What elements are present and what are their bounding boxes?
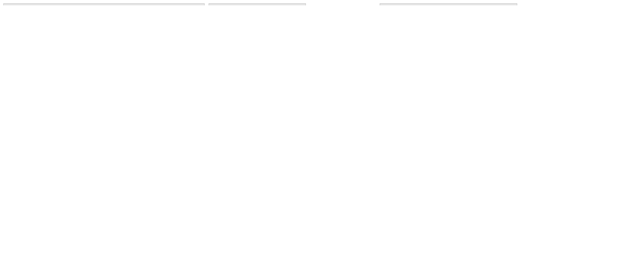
region-dmz: DMZ 8060Gateway Network Ignition Fronten…	[380, 3, 517, 5]
region-site-a: Site A Legacy PLCs ignitionEDGE✓ MQTT En…	[3, 3, 205, 5]
region-remote: Remote Location Remote PLC w/Local Contr…	[209, 3, 306, 5]
